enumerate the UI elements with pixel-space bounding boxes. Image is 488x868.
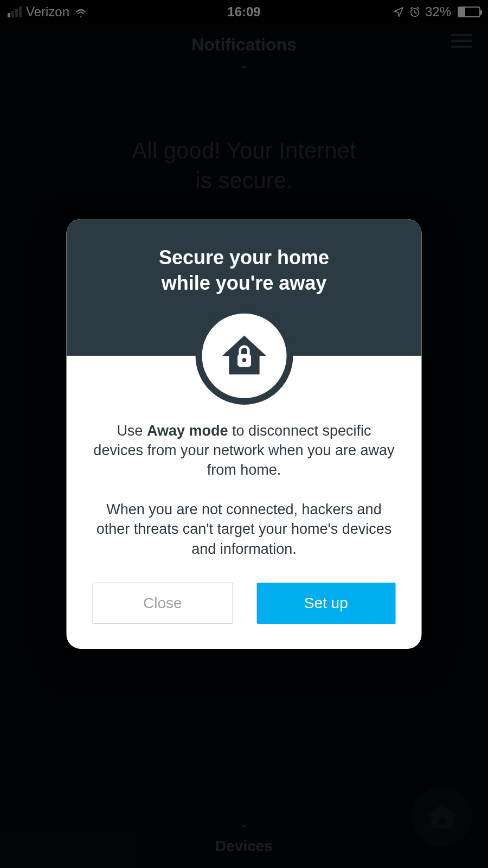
setup-button[interactable]: Set up	[256, 583, 396, 624]
modal-header: Secure your home while you're away	[67, 219, 422, 356]
svg-point-3	[242, 358, 246, 362]
close-button[interactable]: Close	[93, 583, 233, 624]
modal-title-line2: while you're away	[83, 271, 406, 296]
home-lock-hero-icon	[195, 307, 293, 404]
modal-title-line1: Secure your home	[83, 245, 406, 271]
modal-actions: Close Set up	[91, 583, 398, 627]
modal-paragraph-1: Use Away mode to disconnect specific dev…	[91, 420, 398, 480]
away-mode-modal: Secure your home while you're away Use A…	[67, 219, 422, 649]
modal-paragraph-2: When you are not connected, hackers and …	[91, 500, 398, 559]
